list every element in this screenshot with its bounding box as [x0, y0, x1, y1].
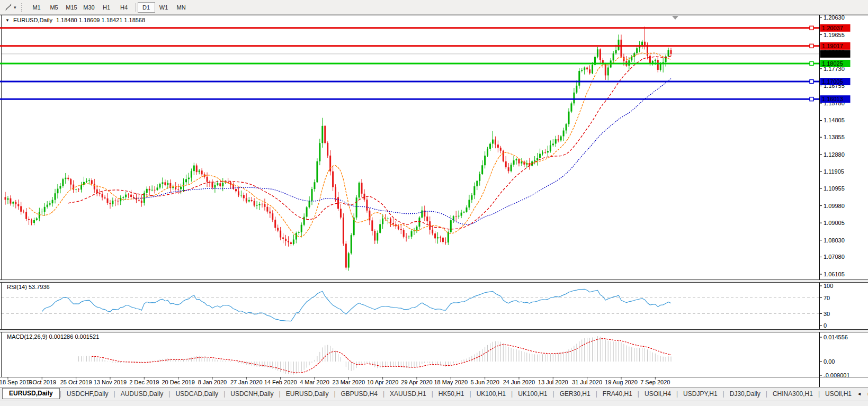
toolbar-separator — [135, 3, 136, 12]
tab-EURUSD-Daily[interactable]: EURUSD,Daily — [2, 388, 60, 399]
svg-text:1.16013: 1.16013 — [822, 96, 843, 102]
chart-window: 1.206301.196551.186801.177301.167551.157… — [0, 14, 868, 387]
chart-title: EURUSD,Daily — [13, 17, 52, 23]
tab-GER30-H1[interactable]: GER30,H1 — [554, 389, 596, 400]
svg-text:-0.009001: -0.009001 — [824, 372, 850, 378]
svg-text:2 Dec 2019: 2 Dec 2019 — [129, 379, 159, 385]
tab-scroll-left-icon[interactable]: ◄ — [857, 391, 862, 396]
tab-EURUSD-Daily[interactable]: EURUSD,Daily — [281, 389, 334, 400]
top-toolbar: ▾ M1M5M15M30H1H4D1W1MN — [0, 0, 868, 15]
tab-USDCHF-Daily[interactable]: USDCHF,Daily — [61, 389, 114, 400]
tab-USDCAD-Daily[interactable]: USDCAD,Daily — [170, 389, 223, 400]
timeframe-button-D1[interactable]: D1 — [138, 2, 155, 13]
macd-indicator-label: MACD(12,26,9) 0.001286 0.001521 — [7, 333, 99, 340]
svg-text:100: 100 — [824, 283, 833, 289]
svg-text:0.00: 0.00 — [824, 358, 835, 365]
line-studies-button[interactable]: ▾ — [3, 2, 18, 12]
tab-bar-strip — [0, 401, 868, 406]
tab-UK100-H1[interactable]: UK100,H1 — [513, 389, 552, 400]
tab-UK100-H1[interactable]: UK100,H1 — [471, 389, 511, 400]
tab-GBPUSD-H4[interactable]: GBPUSD,H4 — [336, 389, 383, 400]
chart-canvas[interactable]: 1.206301.196551.186801.177301.167551.157… — [0, 14, 868, 387]
svg-text:1.20630: 1.20630 — [824, 14, 845, 21]
svg-text:25 Oct 2019: 25 Oct 2019 — [60, 379, 92, 385]
svg-text:29 Apr 2020: 29 Apr 2020 — [401, 379, 432, 385]
svg-text:1.08030: 1.08030 — [824, 237, 845, 243]
svg-text:7 Oct 2019: 7 Oct 2019 — [28, 379, 56, 385]
svg-text:5 Jun 2020: 5 Jun 2020 — [470, 379, 499, 385]
timeframe-button-W1[interactable]: W1 — [155, 2, 173, 13]
svg-text:1.18568: 1.18568 — [822, 51, 843, 57]
svg-text:18 May 2020: 18 May 2020 — [434, 379, 468, 385]
svg-text:1.14805: 1.14805 — [824, 117, 845, 123]
tab-USDCNH-Daily[interactable]: USDCNH,Daily — [225, 389, 279, 400]
svg-text:20 Dec 2019: 20 Dec 2019 — [162, 379, 194, 385]
chart-tabs: EURUSD,Daily|USDCHF,Daily|AUDUSD,Daily|U… — [0, 387, 868, 400]
svg-text:10 Apr 2020: 10 Apr 2020 — [367, 379, 398, 385]
timeframe-button-M15[interactable]: M15 — [63, 2, 80, 13]
svg-text:13 Nov 2019: 13 Nov 2019 — [94, 379, 127, 385]
chart-ohlc-values: 1.18480 1.18609 1.18421 1.18568 — [56, 17, 145, 23]
svg-text:1.06105: 1.06105 — [824, 271, 845, 277]
tab-USDJPY-H1[interactable]: USDJPY,H1 — [678, 389, 722, 400]
rsi-indicator-label: RSI(14) 53.7936 — [7, 284, 50, 290]
timeframe-button-group: M1M5M15M30H1H4D1W1MN — [28, 2, 190, 13]
svg-text:1.20037: 1.20037 — [822, 25, 843, 31]
timeframe-button-MN[interactable]: MN — [173, 2, 190, 13]
line-studies-icon — [5, 3, 13, 11]
timeframe-button-H1[interactable]: H1 — [98, 2, 115, 13]
timeframe-button-M1[interactable]: M1 — [28, 2, 46, 13]
svg-text:7 Sep 2020: 7 Sep 2020 — [640, 379, 670, 385]
tab-CHINA300-H1[interactable]: CHINA300,H1 — [767, 389, 818, 400]
svg-text:1.11905: 1.11905 — [824, 168, 844, 175]
svg-text:1.09005: 1.09005 — [824, 220, 845, 226]
tab-USOil-H4[interactable]: USOil,H4 — [639, 389, 676, 400]
svg-text:13 Jul 2020: 13 Jul 2020 — [538, 379, 568, 385]
svg-text:1.12880: 1.12880 — [824, 151, 845, 158]
svg-text:30: 30 — [824, 311, 830, 317]
svg-text:1.13855: 1.13855 — [824, 134, 845, 140]
tab-USOil-H1[interactable]: USOil,H1 — [820, 389, 857, 400]
tab-XAUUSD-H1[interactable]: XAUUSD,H1 — [384, 389, 432, 400]
svg-text:27 Jan 2020: 27 Jan 2020 — [230, 379, 263, 385]
tab-AUDUSD-Daily[interactable]: AUDUSD,Daily — [115, 389, 169, 400]
svg-text:1.07080: 1.07080 — [824, 254, 845, 260]
svg-text:1.19017: 1.19017 — [822, 43, 843, 49]
dropdown-caret-icon[interactable]: ▾ — [14, 5, 16, 10]
timeframe-button-M5[interactable]: M5 — [46, 2, 63, 13]
timeframe-button-M30[interactable]: M30 — [80, 2, 98, 13]
tab-FRA40-H1[interactable]: FRA40,H1 — [597, 389, 638, 400]
svg-text:23 Mar 2020: 23 Mar 2020 — [332, 379, 365, 385]
svg-text:1.17005: 1.17005 — [822, 78, 843, 85]
chart-title-bar: ▼ EURUSD,Daily 1.18480 1.18609 1.18421 1… — [5, 17, 145, 23]
svg-text:0: 0 — [824, 322, 827, 329]
tab-scroll-buttons: ◄► — [857, 391, 868, 396]
title-collapse-icon[interactable]: ▼ — [5, 18, 10, 23]
svg-text:0.014556: 0.014556 — [824, 334, 848, 340]
svg-text:1.09980: 1.09980 — [824, 203, 845, 209]
svg-text:31 Jul 2020: 31 Jul 2020 — [572, 379, 602, 385]
tab-DJ30-Daily[interactable]: DJ30,Daily — [724, 389, 766, 400]
svg-text:24 Jun 2020: 24 Jun 2020 — [503, 379, 535, 385]
svg-text:4 Mar 2020: 4 Mar 2020 — [300, 379, 329, 385]
svg-text:8 Jan 2020: 8 Jan 2020 — [198, 379, 227, 385]
svg-text:19 Aug 2020: 19 Aug 2020 — [605, 379, 638, 385]
svg-text:70: 70 — [824, 295, 830, 301]
svg-text:1.18025: 1.18025 — [822, 60, 843, 67]
svg-text:1.19655: 1.19655 — [824, 32, 845, 38]
chart-tab-bar: EURUSD,Daily|USDCHF,Daily|AUDUSD,Daily|U… — [0, 387, 868, 406]
timeframe-button-H4[interactable]: H4 — [115, 2, 133, 13]
tab-HK50-H1[interactable]: HK50,H1 — [433, 389, 470, 400]
svg-text:1.10955: 1.10955 — [824, 185, 845, 192]
toolbar-grip[interactable] — [21, 3, 24, 12]
svg-text:14 Feb 2020: 14 Feb 2020 — [264, 379, 297, 385]
